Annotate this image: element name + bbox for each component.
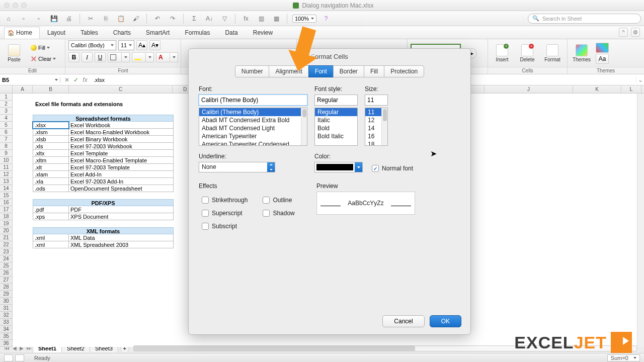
font-name-input[interactable] <box>199 95 307 106</box>
collapse-ribbon-icon[interactable]: ^ <box>619 28 628 37</box>
grow-font-icon[interactable]: A▴ <box>136 40 147 50</box>
table-cell[interactable]: Excel Template <box>69 150 174 157</box>
table-cell[interactable]: .xltm <box>33 157 69 164</box>
help-icon[interactable]: ? <box>320 13 332 24</box>
list-item[interactable]: Bold <box>315 124 357 132</box>
expand-formula-icon[interactable]: ⌄ <box>636 76 644 83</box>
table-cell[interactable]: Excel Workbook <box>69 122 174 129</box>
fx-icon[interactable]: fx <box>240 13 252 24</box>
outline-checkbox[interactable]: Outline <box>263 197 294 204</box>
table-cell[interactable]: .xlsm <box>33 129 69 136</box>
settings-icon[interactable]: ⚙ <box>631 28 640 37</box>
copy-icon[interactable]: ⎘ <box>100 13 111 24</box>
tab-number[interactable]: Number <box>235 65 270 77</box>
font-size-input[interactable] <box>365 95 388 106</box>
theme-colors-icon[interactable] <box>596 43 609 53</box>
table-cell[interactable]: Excel 97-2003 Add-In <box>69 178 174 185</box>
table-cell[interactable]: .xml <box>33 234 69 241</box>
table-cell[interactable]: XML Data <box>69 234 174 241</box>
save-icon[interactable]: 💾 <box>48 13 59 24</box>
paste-button[interactable]: Paste <box>3 41 25 65</box>
undo-icon[interactable]: ↶ <box>152 13 163 24</box>
underline-button[interactable]: U <box>95 52 106 62</box>
table-cell[interactable]: Excel Macro-Enabled Workbook <box>69 129 174 136</box>
table-cell[interactable]: Excel 97-2003 Template <box>69 164 174 171</box>
shadow-checkbox[interactable]: Shadow <box>263 210 294 217</box>
search-input[interactable]: 🔍 Search in Sheet <box>528 14 641 24</box>
paste-icon[interactable]: 📋 <box>115 13 126 24</box>
theme-fonts-button[interactable]: Aa <box>596 54 609 64</box>
table-cell[interactable]: .ods <box>33 185 69 192</box>
open-icon[interactable]: ▫ <box>33 13 44 24</box>
tab-alignment[interactable]: Alignment <box>269 65 308 77</box>
cancel-button[interactable]: Cancel <box>382 315 424 327</box>
fx-button[interactable]: fx <box>82 76 89 83</box>
new-icon[interactable]: ▫ <box>18 13 29 24</box>
fill-color-button[interactable] <box>132 52 146 62</box>
tab-formulas[interactable]: Formulas <box>177 27 217 39</box>
print-icon[interactable]: 🖨 <box>63 13 74 24</box>
table-cell[interactable]: .xlsx <box>33 122 69 129</box>
table-cell[interactable]: Excel 97-2003 Workbook <box>69 143 174 150</box>
chart-icon[interactable]: ▥ <box>256 13 267 24</box>
font-style-input[interactable] <box>314 95 358 106</box>
font-size-select[interactable]: 11 <box>118 40 134 50</box>
table-cell[interactable]: .xla <box>33 178 69 185</box>
zoom-select[interactable]: 100% <box>292 15 316 23</box>
window-controls[interactable] <box>4 3 27 8</box>
list-item[interactable]: Bold Italic <box>315 132 357 140</box>
bold-button[interactable]: B <box>68 52 79 62</box>
vertical-scrollbar[interactable] <box>637 94 644 347</box>
cut-icon[interactable]: ✂ <box>85 13 96 24</box>
border-menu-icon[interactable] <box>122 52 130 62</box>
view-switcher[interactable] <box>4 354 24 361</box>
table-cell[interactable]: Excel Add-In <box>69 171 174 178</box>
normal-font-checkbox[interactable]: Normal font <box>372 165 413 172</box>
format-button[interactable]: Format <box>541 41 564 65</box>
table-cell[interactable]: .xls <box>33 143 69 150</box>
table-cell[interactable]: .xlsb <box>33 136 69 143</box>
tab-home[interactable]: 🏠Home <box>4 27 40 39</box>
tab-layout[interactable]: Layout <box>40 27 73 39</box>
font-style-list[interactable]: RegularItalicBoldBold Italic <box>314 108 358 146</box>
redo-icon[interactable]: ↷ <box>167 13 178 24</box>
insert-button[interactable]: +Insert <box>491 41 513 65</box>
italic-button[interactable]: I <box>82 52 93 62</box>
status-sum[interactable]: Sum=0 <box>607 354 640 361</box>
underline-select[interactable]: None <box>199 162 275 172</box>
tab-font[interactable]: Font <box>308 65 334 77</box>
font-name-select[interactable]: Calibri (Body) <box>68 40 116 50</box>
table-cell[interactable]: .pdf <box>33 206 69 213</box>
clear-button[interactable]: Clear <box>28 54 58 64</box>
themes-button[interactable]: Themes <box>571 41 593 65</box>
table-cell[interactable]: .xml <box>33 241 69 248</box>
table-cell[interactable]: OpenDocument Spreadsheet <box>69 185 174 192</box>
shrink-font-icon[interactable]: A▾ <box>149 40 160 50</box>
border-button[interactable] <box>108 52 122 62</box>
table-cell[interactable]: .xlt <box>33 164 69 171</box>
list-item[interactable]: Italic <box>315 116 357 124</box>
tab-review[interactable]: Review <box>246 27 280 39</box>
name-box[interactable]: B5 <box>0 77 60 83</box>
select-all-corner[interactable] <box>0 85 13 93</box>
list-item[interactable]: American Typewriter Condensed <box>199 140 307 146</box>
autosum-icon[interactable]: Σ <box>189 13 200 24</box>
fill-button[interactable]: Fill <box>28 43 58 53</box>
fill-color-menu-icon[interactable] <box>146 52 154 62</box>
list-item[interactable]: Calibri (Theme Body) <box>199 108 307 116</box>
sort-icon[interactable]: A↓ <box>204 13 215 24</box>
strikethrough-checkbox[interactable]: Strikethrough <box>202 197 248 204</box>
accept-formula-icon[interactable]: ✓ <box>72 76 79 83</box>
tab-fill[interactable]: Fill <box>364 65 384 77</box>
format-painter-icon[interactable]: 🖌 <box>130 13 141 24</box>
font-color-menu-icon[interactable] <box>170 52 178 62</box>
font-color-button[interactable]: A <box>156 52 170 62</box>
table-cell[interactable]: XML Spreadsheet 2003 <box>69 241 174 248</box>
list-item[interactable]: Abadi MT Condensed Extra Bold <box>199 116 307 124</box>
ok-button[interactable]: OK <box>430 315 461 327</box>
table-cell[interactable]: Excel Binary Workbook <box>69 136 174 143</box>
table-cell[interactable]: .xps <box>33 213 69 220</box>
list-item[interactable]: Abadi MT Condensed Light <box>199 124 307 132</box>
table-cell[interactable]: .xlam <box>33 171 69 178</box>
home-icon[interactable]: ⌂ <box>3 13 14 24</box>
